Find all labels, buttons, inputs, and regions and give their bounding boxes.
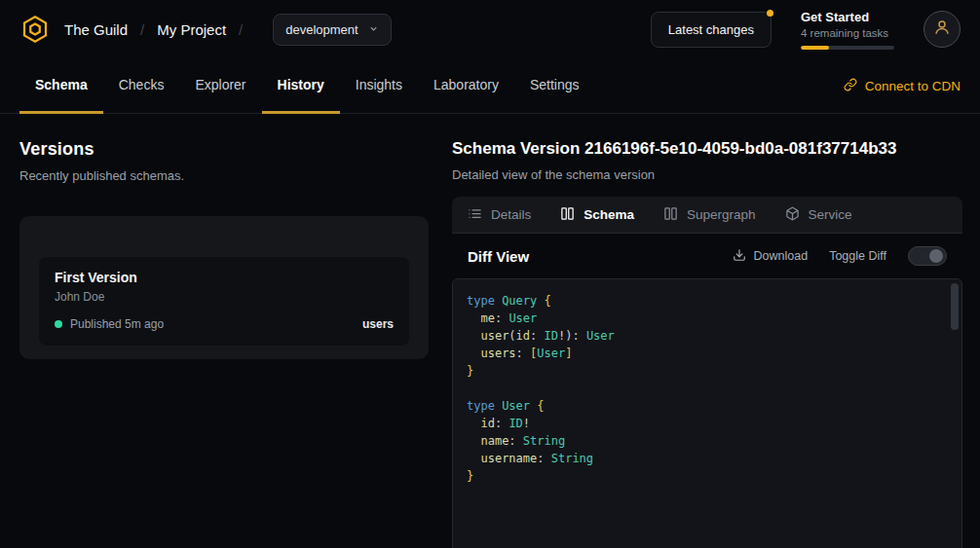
tab-service-label: Service <box>809 207 852 222</box>
versions-panel: Versions Recently published schemas. Fir… <box>19 139 429 359</box>
version-status-row: Published 5m ago users <box>55 317 394 331</box>
get-started-widget[interactable]: Get Started 4 remaining tasks <box>801 10 894 50</box>
version-detail-title: Schema Version 2166196f-5e10-4059-bd0a-0… <box>452 139 962 159</box>
list-icon <box>468 206 482 224</box>
user-icon <box>933 18 951 40</box>
version-list-item[interactable]: First Version John Doe Published 5m ago … <box>39 257 409 346</box>
get-started-title: Get Started <box>801 10 894 24</box>
hive-logo-icon[interactable] <box>19 14 51 45</box>
diff-toolbar: Diff View Download Toggle Diff <box>452 234 962 278</box>
code-line: users: [User] <box>467 345 944 362</box>
download-button[interactable]: Download <box>733 248 809 265</box>
header-right-cluster: Latest changes Get Started 4 remaining t… <box>651 10 961 50</box>
code-line: name: String <box>467 432 944 450</box>
get-started-progress-track <box>801 46 894 50</box>
code-viewer: type Query { me: User user(id: ID!): Use… <box>452 278 962 548</box>
tab-service[interactable]: Service <box>785 206 852 224</box>
nav-tab-checks[interactable]: Checks <box>103 58 180 114</box>
tab-details-label: Details <box>491 207 531 222</box>
code-line: username: String <box>467 450 944 467</box>
nav-tab-settings[interactable]: Settings <box>514 58 595 114</box>
environment-select-value: development <box>285 22 358 37</box>
tab-schema[interactable]: Schema <box>560 206 634 224</box>
chevron-down-icon <box>368 22 379 37</box>
code-line: type User { <box>467 397 944 415</box>
notification-dot <box>767 10 773 17</box>
version-status-text: Published 5m ago <box>70 317 164 331</box>
versions-card: First Version John Doe Published 5m ago … <box>19 216 429 359</box>
tab-supergraph[interactable]: Supergraph <box>663 206 756 224</box>
toggle-diff-label: Toggle Diff <box>829 249 886 263</box>
nav-tab-explorer[interactable]: Explorer <box>179 58 261 114</box>
get-started-subtitle: 4 remaining tasks <box>801 27 894 39</box>
progress-fill <box>801 46 829 50</box>
nav-tab-insights[interactable]: Insights <box>340 58 418 114</box>
latest-changes-label: Latest changes <box>668 22 754 37</box>
version-detail-panel: Schema Version 2166196f-5e10-4059-bd0a-0… <box>452 139 962 548</box>
tab-schema-label: Schema <box>584 207 634 222</box>
diff-toggle[interactable] <box>908 246 947 266</box>
code-line: me: User <box>467 310 944 327</box>
versions-subtitle: Recently published schemas. <box>19 168 429 183</box>
columns-icon <box>663 206 678 224</box>
connect-to-cdn-button[interactable]: Connect to CDN <box>844 58 961 113</box>
link-icon <box>844 78 857 94</box>
tab-supergraph-label: Supergraph <box>687 207 756 222</box>
detail-tab-strip: Details Schema Sup <box>452 197 962 234</box>
diff-view-title: Diff View <box>468 248 529 265</box>
breadcrumb-separator: / <box>140 21 144 38</box>
breadcrumb-project[interactable]: My Project <box>157 21 226 38</box>
download-label: Download <box>754 249 809 263</box>
nav-tab-schema[interactable]: Schema <box>19 58 103 114</box>
versions-title: Versions <box>19 139 429 160</box>
toggle-knob <box>929 249 943 263</box>
version-name: First Version <box>55 270 394 285</box>
target-nav: Schema Checks Explorer History Insights … <box>0 58 980 114</box>
latest-changes-button[interactable]: Latest changes <box>651 12 772 48</box>
environment-select[interactable]: development <box>273 14 391 46</box>
version-detail-subtitle: Detailed view of the schema version <box>452 167 962 182</box>
box-icon <box>785 206 800 224</box>
code-line: id: ID! <box>467 415 944 432</box>
nav-tab-laboratory[interactable]: Laboratory <box>418 58 514 114</box>
service-badge: users <box>362 317 394 331</box>
code-line: } <box>467 362 944 380</box>
download-icon <box>733 248 746 265</box>
user-avatar[interactable] <box>923 11 961 48</box>
code-line: user(id: ID!): User <box>467 327 944 345</box>
version-author: John Doe <box>55 290 394 304</box>
top-header: The Guild / My Project / development Lat… <box>0 0 980 58</box>
breadcrumb-separator: / <box>239 21 243 38</box>
code-line: } <box>467 467 944 485</box>
connect-to-cdn-label: Connect to CDN <box>865 79 961 93</box>
code-line: type Query { <box>467 292 944 310</box>
code-scrollbar-thumb[interactable] <box>951 283 959 330</box>
columns-icon <box>560 206 575 224</box>
diff-toolbar-actions: Download Toggle Diff <box>733 246 947 266</box>
nav-tab-history[interactable]: History <box>262 58 340 114</box>
code-scrollbar <box>951 283 959 548</box>
code-line <box>467 380 944 397</box>
breadcrumb-org[interactable]: The Guild <box>64 21 128 38</box>
published-status-dot <box>55 320 62 328</box>
main-content: Versions Recently published schemas. Fir… <box>0 114 980 548</box>
detail-tabs-panel: Details Schema Sup <box>452 197 962 548</box>
nav-tab-list: Schema Checks Explorer History Insights … <box>19 58 595 113</box>
code-block: type Query { me: User user(id: ID!): Use… <box>467 292 944 485</box>
tab-details[interactable]: Details <box>468 206 531 224</box>
